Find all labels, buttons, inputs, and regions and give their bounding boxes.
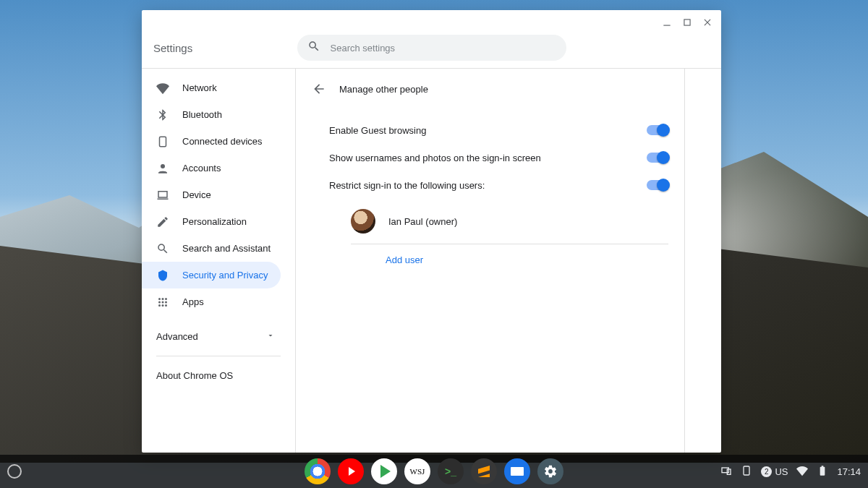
laptop-icon (156, 189, 169, 202)
toggle-restrict-signin[interactable] (647, 180, 668, 190)
sidebar-item-label: Security and Privacy (182, 270, 268, 281)
sidebar-item-security-privacy[interactable]: Security and Privacy (142, 262, 281, 288)
add-user-button[interactable]: Add user (386, 254, 423, 265)
shelf: WSJ 2 US 17:14 (0, 455, 868, 488)
sidebar-item-label: Connected devices (182, 136, 263, 147)
clock: 17:14 (837, 466, 861, 477)
sidebar-item-search-assistant[interactable]: Search and Assistant (142, 235, 281, 262)
svg-point-6 (162, 298, 164, 300)
shelf-app-chrome[interactable] (305, 458, 331, 484)
content-pane: Manage other people Enable Guest browsin… (296, 69, 685, 453)
shelf-app-wsj[interactable]: WSJ (404, 458, 430, 484)
window-close-button[interactable] (702, 17, 712, 27)
sidebar-about[interactable]: About Chrome OS (142, 361, 295, 390)
svg-point-3 (161, 164, 165, 168)
app-title: Settings (153, 42, 192, 54)
sidebar-item-label: Accounts (182, 163, 221, 174)
chevron-down-icon (266, 331, 275, 342)
shelf-apps: WSJ (305, 458, 563, 484)
sidebar-item-label: Apps (182, 296, 204, 307)
sidebar-item-bluetooth[interactable]: Bluetooth (142, 101, 281, 128)
devices-icon (156, 135, 169, 148)
setting-label: Enable Guest browsing (329, 125, 426, 136)
svg-point-9 (162, 301, 164, 303)
svg-point-5 (158, 298, 161, 300)
settings-header: Settings (142, 35, 721, 68)
sidebar-item-accounts[interactable]: Accounts (142, 155, 281, 181)
svg-point-7 (165, 298, 167, 300)
tablet-icon[interactable] (741, 465, 752, 479)
search-box[interactable] (297, 35, 566, 61)
svg-point-11 (158, 304, 161, 307)
ime-indicator: US (775, 466, 788, 477)
svg-rect-0 (663, 25, 670, 26)
system-tray[interactable]: 2 US 17:14 (720, 465, 861, 479)
shelf-app-sublime[interactable] (471, 458, 497, 484)
sidebar-advanced-toggle[interactable]: Advanced (142, 321, 295, 351)
back-button[interactable] (309, 79, 329, 99)
setting-row-show-usernames: Show usernames and photos on the sign-in… (329, 144, 668, 171)
settings-window: Settings Network Bluetooth Connected dev… (142, 10, 721, 453)
svg-point-10 (165, 301, 167, 303)
wifi-status-icon (796, 465, 808, 479)
add-user-row: Add user (329, 244, 668, 275)
svg-rect-16 (744, 466, 749, 475)
svg-point-13 (165, 304, 167, 307)
apps-icon (156, 296, 169, 309)
search-icon (156, 242, 169, 255)
battery-status-icon (817, 465, 828, 479)
shelf-app-settings[interactable] (537, 458, 563, 484)
notification-badge[interactable]: 2 US (761, 466, 788, 477)
toggle-show-usernames[interactable] (647, 153, 668, 163)
phone-hub-icon[interactable] (720, 465, 732, 479)
shield-icon (156, 269, 169, 282)
window-maximize-button[interactable] (682, 17, 692, 27)
sidebar-item-connected-devices[interactable]: Connected devices (142, 128, 281, 155)
sidebar-item-label: Device (182, 189, 211, 200)
search-input[interactable] (331, 43, 556, 53)
sidebar: Network Bluetooth Connected devices Acco… (142, 69, 296, 453)
svg-rect-2 (160, 137, 166, 147)
user-name: Ian Paul (owner) (388, 216, 457, 227)
advanced-label: Advanced (156, 331, 198, 342)
launcher-button[interactable] (7, 464, 22, 479)
sidebar-item-label: Personalization (182, 216, 247, 227)
about-label: About Chrome OS (156, 370, 233, 381)
sidebar-item-device[interactable]: Device (142, 181, 281, 208)
search-icon (307, 40, 320, 56)
user-list-item: Ian Paul (owner) (329, 199, 668, 244)
notif-count: 2 (761, 466, 772, 477)
svg-rect-4 (158, 191, 167, 197)
window-minimize-button[interactable] (662, 17, 672, 27)
shelf-app-play[interactable] (371, 458, 397, 484)
setting-row-guest-browsing: Enable Guest browsing (329, 116, 668, 144)
svg-point-12 (162, 304, 164, 307)
setting-label: Restrict sign-in to the following users: (329, 180, 485, 191)
shelf-app-terminal[interactable] (438, 458, 464, 484)
shelf-app-youtube[interactable] (338, 458, 364, 484)
sidebar-item-network[interactable]: Network (142, 74, 281, 101)
wifi-icon (156, 82, 169, 95)
setting-label: Show usernames and photos on the sign-in… (329, 153, 541, 163)
svg-point-8 (158, 301, 161, 303)
arrow-back-icon (312, 82, 326, 96)
sidebar-item-apps[interactable]: Apps (142, 288, 281, 315)
sidebar-item-label: Bluetooth (182, 109, 222, 120)
toggle-guest-browsing[interactable] (647, 125, 668, 135)
sidebar-item-label: Network (182, 82, 217, 93)
setting-row-restrict-signin: Restrict sign-in to the following users: (329, 171, 668, 199)
shelf-app-files[interactable] (504, 458, 530, 484)
pen-icon (156, 215, 169, 228)
sidebar-divider (156, 356, 281, 356)
account-icon (156, 162, 169, 175)
avatar (351, 209, 375, 234)
window-titlebar (142, 10, 721, 35)
bluetooth-icon (156, 108, 169, 121)
page-title: Manage other people (339, 84, 428, 95)
sidebar-item-personalization[interactable]: Personalization (142, 208, 281, 235)
sidebar-item-label: Search and Assistant (182, 243, 271, 254)
svg-rect-1 (684, 20, 690, 25)
